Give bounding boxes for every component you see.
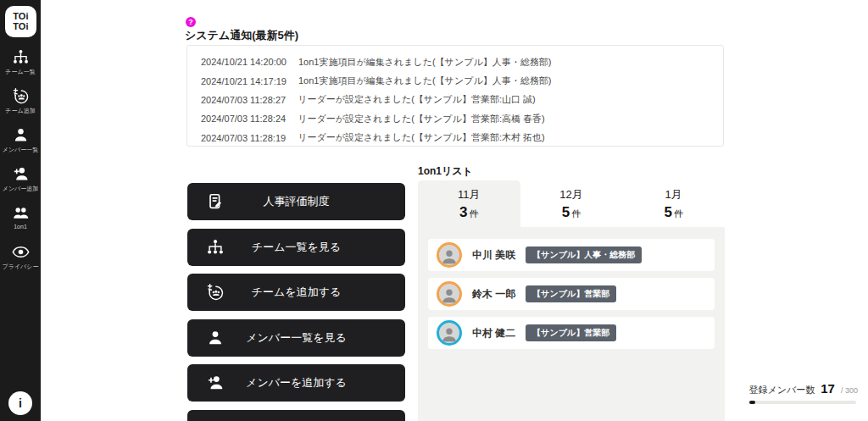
member-add-icon bbox=[12, 165, 30, 183]
tab-month-november[interactable]: 11月 3件 bbox=[418, 180, 520, 227]
department-badge: 【サンプル】営業部 bbox=[526, 324, 616, 341]
people-icon bbox=[12, 204, 30, 222]
org-tree-icon bbox=[206, 238, 225, 257]
notification-timestamp: 2024/07/03 11:28:24 bbox=[201, 114, 286, 124]
list-item[interactable]: 中川 美咲 【サンプル】人事・総務部 bbox=[428, 239, 715, 271]
tab-count: 3件 bbox=[459, 204, 478, 221]
notifications-title: システム通知(最新5件) bbox=[185, 28, 298, 43]
sidebar-item-label: チーム一覧 bbox=[5, 68, 35, 76]
sidebar-item-label: 1on1 bbox=[14, 224, 27, 230]
info-icon[interactable]: i bbox=[8, 391, 32, 415]
tab-count: 5件 bbox=[664, 204, 682, 221]
one-on-one-title: 1on1リスト bbox=[418, 164, 473, 179]
members-progress-bar bbox=[749, 401, 856, 404]
button-label: 人事評価制度 bbox=[264, 194, 330, 209]
view-members-button[interactable]: メンバー一覧を見る bbox=[187, 319, 405, 357]
eye-icon bbox=[12, 243, 30, 261]
avatar bbox=[437, 281, 462, 307]
sidebar-item-label: プライバシー bbox=[3, 263, 39, 271]
app-logo-line2: TOi bbox=[13, 22, 29, 32]
member-icon bbox=[12, 126, 30, 144]
sidebar-nav: チーム一覧 チーム追加 メンバー一覧 bbox=[0, 48, 41, 282]
sidebar-item-label: メンバー一覧 bbox=[3, 146, 39, 154]
sidebar-item-member-list[interactable]: メンバー一覧 bbox=[0, 126, 41, 165]
hr-evaluation-button[interactable]: 人事評価制度 bbox=[187, 183, 405, 220]
add-team-button[interactable]: チームを追加する bbox=[187, 274, 405, 311]
sidebar-item-team-list[interactable]: チーム一覧 bbox=[0, 48, 41, 87]
list-item[interactable]: 鈴木 一郎 【サンプル】営業部 bbox=[428, 278, 715, 310]
tab-month-label: 11月 bbox=[458, 187, 481, 202]
one-on-one-panel: 中川 美咲 【サンプル】人事・総務部 鈴木 一郎 【サンプル】営業部 中村 健二… bbox=[418, 227, 725, 421]
sidebar-item-1on1[interactable]: 1on1 bbox=[0, 204, 41, 243]
member-name: 中村 健二 bbox=[472, 326, 515, 341]
notification-item: 2024/10/21 14:17:19 1on1実施項目が編集されました(【サン… bbox=[201, 71, 709, 90]
notifications-panel: 2024/10/21 14:20:00 1on1実施項目が編集されました(【サン… bbox=[186, 45, 724, 147]
notification-timestamp: 2024/10/21 14:17:19 bbox=[201, 76, 287, 86]
member-icon bbox=[206, 329, 225, 347]
tab-month-label: 1月 bbox=[665, 187, 682, 202]
sidebar-item-team-add[interactable]: チーム追加 bbox=[0, 87, 41, 126]
member-add-icon bbox=[206, 374, 225, 392]
tab-month-january[interactable]: 1月 5件 bbox=[622, 180, 725, 227]
notification-message: リーダーが設定されました(【サンプル】営業部:木村 拓也) bbox=[298, 131, 545, 144]
button-label: メンバーを追加する bbox=[246, 375, 347, 391]
notification-message: 1on1実施項目が編集されました(【サンプル】人事・総務部) bbox=[298, 56, 551, 69]
org-tree-icon bbox=[12, 48, 30, 66]
department-badge: 【サンプル】営業部 bbox=[526, 285, 616, 302]
help-icon[interactable]: ? bbox=[186, 17, 196, 27]
view-teams-button[interactable]: チーム一覧を見る bbox=[187, 229, 405, 266]
member-name: 中川 美咲 bbox=[472, 248, 515, 263]
tab-month-december[interactable]: 12月 5件 bbox=[520, 180, 623, 227]
sidebar-item-label: メンバー追加 bbox=[3, 185, 39, 193]
registered-members-label: 登録メンバー数 bbox=[749, 384, 815, 396]
notification-item: 2024/10/21 14:20:00 1on1実施項目が編集されました(【サン… bbox=[201, 53, 709, 71]
month-tabs: 11月 3件 12月 5件 1月 5件 bbox=[418, 180, 725, 227]
add-member-button[interactable]: メンバーを追加する bbox=[187, 364, 405, 402]
member-name: 鈴木 一郎 bbox=[472, 287, 515, 302]
notification-message: 1on1実施項目が編集されました(【サンプル】人事・総務部) bbox=[298, 75, 551, 87]
sidebar-item-member-add[interactable]: メンバー追加 bbox=[0, 165, 41, 204]
action-button-column: 人事評価制度 チーム一覧を見る チームを追加する メンバー一覧を見る bbox=[187, 183, 405, 421]
notification-message: リーダーが設定されました(【サンプル】営業部:高橋 春香) bbox=[298, 113, 545, 125]
person-silhouette-icon bbox=[440, 247, 459, 265]
notification-timestamp: 2024/07/03 11:28:19 bbox=[201, 133, 286, 143]
app-logo-line1: TOi bbox=[13, 12, 29, 22]
department-badge: 【サンプル】人事・総務部 bbox=[526, 247, 642, 263]
button-label: チームを追加する bbox=[252, 285, 342, 300]
app-logo[interactable]: TOi TOi bbox=[5, 6, 36, 37]
notification-item: 2024/07/03 11:28:27 リーダーが設定されました(【サンプル】営… bbox=[201, 91, 709, 109]
person-silhouette-icon bbox=[440, 285, 459, 304]
notification-timestamp: 2024/07/03 11:28:27 bbox=[201, 95, 286, 105]
team-add-icon bbox=[12, 87, 30, 105]
notification-message: リーダーが設定されました(【サンプル】営業部:山口 誠) bbox=[298, 93, 536, 106]
button-label: メンバー一覧を見る bbox=[246, 330, 347, 346]
notification-timestamp: 2024/10/21 14:20:00 bbox=[201, 57, 287, 67]
tab-month-label: 12月 bbox=[559, 187, 582, 202]
cutoff-button[interactable] bbox=[187, 410, 405, 421]
notification-item: 2024/07/03 11:28:24 リーダーが設定されました(【サンプル】営… bbox=[201, 109, 709, 128]
list-item[interactable]: 中村 健二 【サンプル】営業部 bbox=[428, 317, 715, 349]
tab-count: 5件 bbox=[562, 204, 581, 221]
button-label: チーム一覧を見る bbox=[252, 240, 341, 255]
person-silhouette-icon bbox=[440, 324, 459, 343]
avatar bbox=[437, 242, 462, 268]
registered-members-count: 17 bbox=[821, 381, 835, 396]
sidebar-item-privacy[interactable]: プライバシー bbox=[0, 243, 41, 282]
team-add-icon bbox=[206, 283, 225, 302]
registered-members-total: / 300 bbox=[841, 386, 858, 395]
avatar bbox=[437, 320, 462, 346]
document-edit-icon bbox=[206, 192, 225, 211]
members-progress-fill bbox=[749, 401, 755, 404]
registered-members-summary: 登録メンバー数 17 / 300 bbox=[749, 381, 859, 404]
sidebar: TOi TOi チーム一覧 チーム追加 bbox=[0, 0, 41, 421]
sidebar-item-label: チーム追加 bbox=[5, 107, 35, 115]
notification-item: 2024/07/03 11:28:19 リーダーが設定されました(【サンプル】営… bbox=[201, 129, 709, 147]
